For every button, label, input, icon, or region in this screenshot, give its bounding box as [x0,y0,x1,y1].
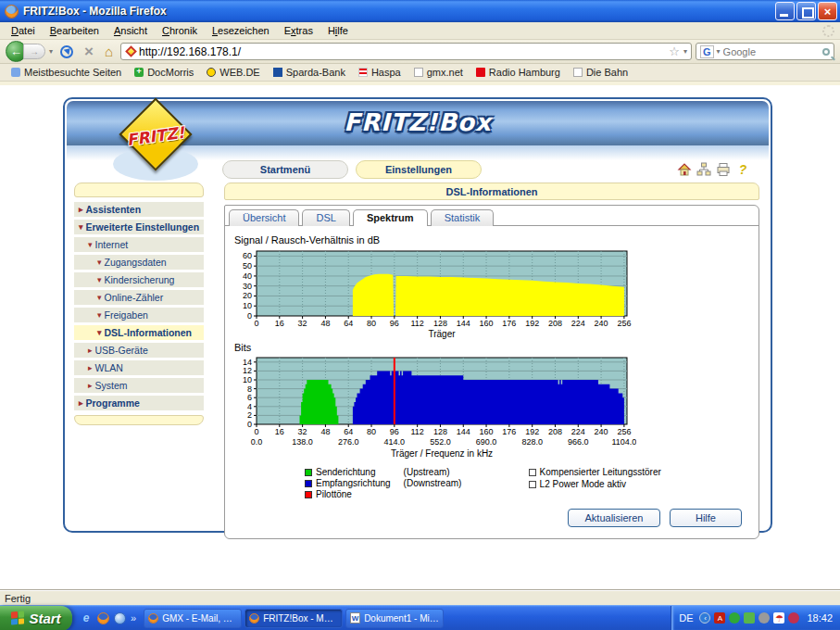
menu-bearbeiten[interactable]: Bearbeiten [43,23,107,38]
page-icon [414,68,423,77]
restore-button[interactable] [796,2,816,20]
menu-extras[interactable]: Extras [277,23,320,38]
url-bar[interactable]: ☆ ▾ [120,43,692,60]
bookmark-item[interactable]: DocMorris [129,66,199,79]
svg-text:128: 128 [433,319,447,328]
sidebar-item-assistenten[interactable]: ▸Assistenten [74,202,204,217]
sidebar-item-wlan[interactable]: ▸WLAN [74,360,204,375]
bookmark-item[interactable]: Die Bahn [568,66,633,79]
windows-logo-icon [11,611,24,625]
tab-übersicht[interactable]: Übersicht [229,209,299,226]
svg-text:48: 48 [320,319,330,328]
svg-text:138.0: 138.0 [292,437,313,447]
internet-explorer-icon[interactable]: e [80,611,93,624]
volume-gray-icon[interactable] [759,612,770,624]
sidebar-item-erweiterte-einstellungen[interactable]: ▾Erweiterte Einstellungen [74,220,204,234]
menu-datei[interactable]: Datei [4,23,43,38]
sidebar-item-kindersicherung[interactable]: ▾Kindersicherung [74,272,204,287]
help-icon[interactable]: ? [735,162,750,177]
bookmark-star-icon[interactable]: ☆ [669,44,680,58]
svg-text:20: 20 [243,291,252,300]
sidebar-item-zugangsdaten[interactable]: ▾Zugangsdaten [74,255,204,270]
legend-swatch [305,469,312,476]
sidebar-item-system[interactable]: ▸System [74,378,204,393]
globe-icon[interactable] [114,612,126,624]
bookmark-item[interactable]: gmx.net [408,66,469,79]
main-panel: DSL-Informationen ÜbersichtDSLSpektrumSt… [224,183,759,539]
antivirus-green-icon[interactable] [729,612,740,624]
search-input[interactable] [723,46,820,57]
nav-tab-startmenü[interactable]: Startmenü [222,160,348,179]
legend-note: (Upstream) [404,467,492,477]
status-text: Fertig [5,593,31,604]
bookmark-item[interactable]: Sparda-Bank [268,66,351,79]
hide-icons-icon[interactable]: ‹ [699,612,710,624]
language-indicator[interactable]: DE [679,612,693,624]
search-engine-dropdown-icon[interactable]: ▾ [717,47,721,56]
menu-chronik[interactable]: Chronik [155,23,205,38]
sidebar-item-freigaben[interactable]: ▾Freigaben [74,308,204,322]
sparda-icon [273,68,282,77]
network-green-icon[interactable] [744,612,755,624]
taskbar-task[interactable]: WDokument1 - Microsof... [345,609,444,628]
sidebar-item-label: Zugangsdaten [105,257,167,268]
bookmark-item[interactable]: Haspa [353,66,407,79]
legend-item: Empfangsrichtung [305,478,391,488]
refresh-button[interactable] [60,45,73,58]
forward-button[interactable]: → [23,44,45,59]
home-button[interactable]: ⌂ [101,44,117,59]
refresh-page-button[interactable]: Aktualisieren [568,509,660,527]
history-dropdown-icon[interactable]: ▾ [49,47,53,56]
home-icon[interactable] [677,162,692,177]
update-red-icon[interactable] [788,612,799,624]
url-dropdown-icon[interactable]: ▾ [683,47,687,56]
search-box[interactable]: G ▾ [696,43,834,60]
legend-item: Senderichtung [305,467,391,477]
firefox-icon[interactable] [97,612,109,624]
task-label: GMX - E-Mail, FreeMai... [162,613,237,624]
sidebar-header-bar [74,183,204,197]
legend-label: Senderichtung [316,467,376,477]
sidebar-item-online-z-hler[interactable]: ▾Online-Zähler [74,290,204,305]
menu-ansicht[interactable]: Ansicht [107,23,155,38]
sidebar-item-label: DSL-Informationen [105,327,193,338]
sitemap-icon[interactable] [696,162,711,177]
bookmark-item[interactable]: Meistbesuchte Seiten [6,66,127,79]
chevron-right-icon: ▸ [79,398,83,408]
close-button[interactable]: × [818,2,837,20]
sidebar-item-programme[interactable]: ▸Programme [74,396,204,410]
start-button[interactable]: Start [0,606,72,630]
sidebar-item-label: Kindersicherung [105,274,175,285]
menu-lesezeichen[interactable]: Lesezeichen [205,23,277,38]
taskbar-task[interactable]: FRITZ!Box - Mozilla Fi... [244,609,343,628]
avira-umbrella-icon[interactable]: ☂ [773,612,784,624]
tab-spektrum[interactable]: Spektrum [353,209,428,226]
svg-text:32: 32 [298,319,307,328]
sidebar-item-label: Erweiterte Einstellungen [86,221,200,233]
menu-hilfe[interactable]: Hilfe [320,23,356,38]
adobe-reader-icon[interactable]: A [714,612,725,624]
tab-dsl[interactable]: DSL [302,209,349,226]
bookmark-item[interactable]: Radio Hamburg [470,66,566,79]
taskbar: Start e» GMX - E-Mail, FreeMai...FRITZ!B… [0,605,840,630]
stop-button[interactable]: × [81,44,97,59]
url-input[interactable] [139,45,665,58]
nav-tab-einstellungen[interactable]: Einstellungen [356,160,482,179]
chevron-down-icon: ▾ [97,275,102,284]
bookmark-item[interactable]: WEB.DE [201,66,265,79]
google-icon[interactable]: G [700,45,714,58]
sidebar-item-dsl-informationen[interactable]: ▾DSL-Informationen [74,325,204,340]
print-icon[interactable] [716,162,731,177]
overflow-chevron-icon[interactable]: » [131,612,136,624]
sidebar-item-usb-ger-te[interactable]: ▸USB-Geräte [74,343,204,358]
search-icon[interactable] [822,48,830,56]
task-buttons: GMX - E-Mail, FreeMai...FRITZ!Box - Mozi… [144,609,671,628]
help-button[interactable]: Hilfe [670,509,742,527]
sidebar-item-internet[interactable]: ▾Internet [74,237,204,252]
minimize-button[interactable] [775,2,795,20]
taskbar-task[interactable]: GMX - E-Mail, FreeMai... [144,609,242,628]
svg-text:10: 10 [243,375,252,384]
svg-text:64: 64 [344,427,353,436]
tab-statistik[interactable]: Statistik [431,209,495,226]
legend-swatch [305,480,312,487]
